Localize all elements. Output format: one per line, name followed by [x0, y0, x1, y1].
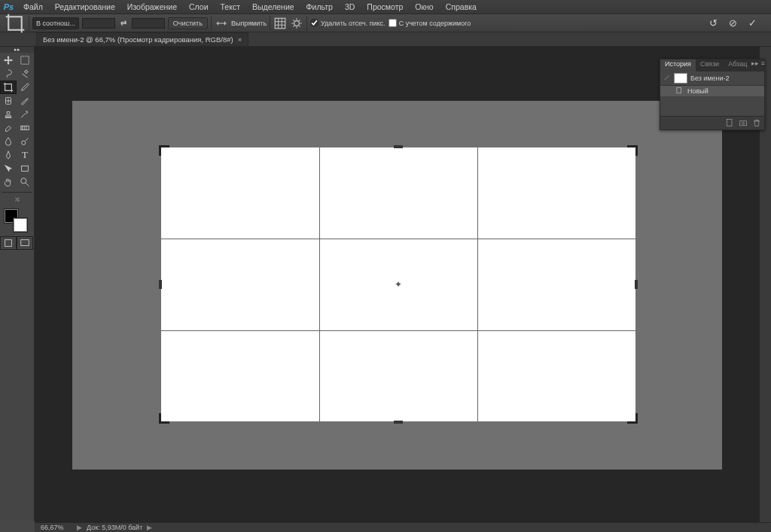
color-swatches	[0, 208, 34, 233]
type-tool[interactable]: T	[17, 148, 33, 162]
straighten-label: Выпрямить	[231, 20, 267, 27]
healing-tool[interactable]	[0, 94, 17, 108]
status-menu-icon[interactable]: ▶	[142, 524, 157, 531]
menu-edit[interactable]: Редактирование	[49, 0, 121, 14]
divider	[29, 16, 29, 31]
straighten-icon[interactable]	[215, 17, 228, 30]
menu-image[interactable]: Изображение	[121, 0, 183, 14]
pen-tool[interactable]	[0, 148, 17, 162]
delete-cropped-checkbox[interactable]: Удалить отсеч. пикс.	[310, 19, 386, 27]
collapse-icon[interactable]: ▸▸	[751, 59, 759, 71]
dodge-tool[interactable]	[17, 135, 33, 148]
overlay-grid-icon[interactable]	[273, 17, 287, 30]
gradient-tool[interactable]	[17, 121, 33, 135]
history-panel: История Связи Абзац ▸▸ ≡ Без имени-2 Нов…	[660, 59, 765, 130]
delete-cropped-label: Удалить отсеч. пикс.	[321, 20, 386, 27]
delete-cropped-input[interactable]	[310, 19, 318, 27]
menu-help[interactable]: Справка	[440, 0, 483, 14]
crop-grid-line	[161, 239, 635, 239]
crop-settings-icon[interactable]	[290, 17, 303, 30]
crop-grid-line	[161, 330, 635, 331]
crop-handle-tl[interactable]	[159, 145, 169, 156]
crop-handle-right[interactable]	[635, 280, 638, 289]
menu-select[interactable]: Выделение	[246, 0, 300, 14]
snapshot-icon[interactable]	[739, 118, 748, 128]
shape-tool[interactable]	[17, 162, 33, 175]
svg-rect-0	[275, 18, 285, 29]
zoom-level[interactable]: 66,67%	[35, 524, 72, 531]
reset-crop-icon[interactable]: ↺	[706, 17, 720, 30]
crop-height-input[interactable]	[132, 18, 165, 29]
cancel-crop-icon[interactable]: ⊘	[726, 17, 739, 30]
zoom-tool[interactable]	[17, 175, 33, 189]
history-brush-tool[interactable]	[17, 108, 33, 121]
status-bar: 66,67% ▶ Док: 5,93M/0 байт ▶	[35, 522, 771, 532]
screen-mode-icon[interactable]	[17, 236, 33, 250]
move-tool[interactable]	[0, 53, 17, 67]
menu-bar: Ps Файл Редактирование Изображение Слои …	[0, 0, 771, 14]
trash-icon[interactable]	[752, 118, 761, 128]
blur-tool[interactable]	[0, 135, 17, 148]
brush-tool[interactable]	[17, 94, 33, 108]
canvas-area[interactable]: ✦	[35, 47, 759, 522]
lasso-tool[interactable]	[0, 67, 17, 81]
crop-handle-bottom[interactable]	[394, 421, 403, 424]
document-tab-title: Без имени-2 @ 66,7% (Просмотр кадрирован…	[43, 35, 233, 44]
panel-menu-icon[interactable]: ≡	[760, 59, 764, 71]
options-bar: В соотнош... ⇄ Очистить Выпрямить Удалит…	[0, 14, 771, 32]
menu-layers[interactable]: Слои	[183, 0, 215, 14]
document-tab-bar: Без имени-2 @ 66,7% (Просмотр кадрирован…	[0, 32, 771, 47]
standard-mode-icon[interactable]	[0, 236, 17, 250]
menu-3d[interactable]: 3D	[339, 0, 361, 14]
divider	[270, 16, 270, 31]
create-document-icon[interactable]	[725, 118, 734, 128]
swap-dimensions-icon[interactable]: ⇄	[118, 18, 129, 29]
crop-tool[interactable]	[0, 81, 17, 94]
svg-rect-12	[740, 121, 747, 126]
tools-panel: ▸▸ T ⤭	[0, 47, 35, 521]
tab-links[interactable]: Связи	[696, 59, 724, 71]
eraser-tool[interactable]	[0, 121, 17, 135]
history-step[interactable]: Новый	[660, 86, 764, 96]
magic-wand-tool[interactable]	[17, 67, 33, 81]
history-thumbnail	[674, 73, 687, 84]
crop-grid-line	[319, 147, 320, 421]
crop-handle-br[interactable]	[627, 413, 638, 424]
svg-point-5	[22, 141, 26, 144]
eyedropper-tool[interactable]	[17, 81, 33, 94]
crop-handle-left[interactable]	[159, 280, 162, 289]
commit-crop-icon[interactable]: ✓	[745, 17, 759, 30]
svg-rect-8	[5, 240, 12, 247]
crop-tool-icon[interactable]	[5, 17, 26, 30]
history-document-row[interactable]: Без имени-2	[660, 71, 764, 86]
tab-paragraph[interactable]: Абзац	[724, 59, 751, 71]
crop-handle-top[interactable]	[394, 145, 403, 148]
crop-handle-tr[interactable]	[627, 145, 638, 156]
crop-region[interactable]: ✦	[161, 147, 635, 421]
marquee-tool[interactable]	[17, 53, 33, 67]
clear-button[interactable]: Очистить	[168, 17, 208, 29]
menu-view[interactable]: Просмотр	[361, 0, 409, 14]
menu-window[interactable]: Окно	[409, 0, 439, 14]
swap-colors-icon[interactable]: ⤭	[14, 196, 20, 203]
tab-history[interactable]: История	[660, 59, 696, 71]
menu-file[interactable]: Файл	[17, 0, 49, 14]
content-aware-input[interactable]	[389, 19, 397, 27]
background-swatch[interactable]	[14, 218, 27, 232]
svg-rect-9	[21, 240, 29, 246]
path-tool[interactable]	[0, 162, 17, 175]
hand-tool[interactable]	[0, 175, 17, 189]
crop-handle-bl[interactable]	[159, 413, 169, 424]
svg-point-1	[294, 20, 300, 26]
content-aware-checkbox[interactable]: С учетом содержимого	[389, 19, 471, 27]
close-icon[interactable]: ×	[238, 35, 242, 44]
collapse-toggle-icon[interactable]: ▸▸	[0, 47, 34, 53]
status-arrow-icon[interactable]: ▶	[72, 524, 87, 531]
history-step-label: Новый	[687, 87, 709, 95]
menu-text[interactable]: Текст	[215, 0, 246, 14]
crop-width-input[interactable]	[82, 18, 115, 29]
aspect-ratio-dropdown[interactable]: В соотнош...	[32, 17, 79, 29]
menu-filter[interactable]: Фильтр	[300, 0, 339, 14]
stamp-tool[interactable]	[0, 108, 17, 121]
document-tab[interactable]: Без имени-2 @ 66,7% (Просмотр кадрирован…	[36, 32, 248, 46]
